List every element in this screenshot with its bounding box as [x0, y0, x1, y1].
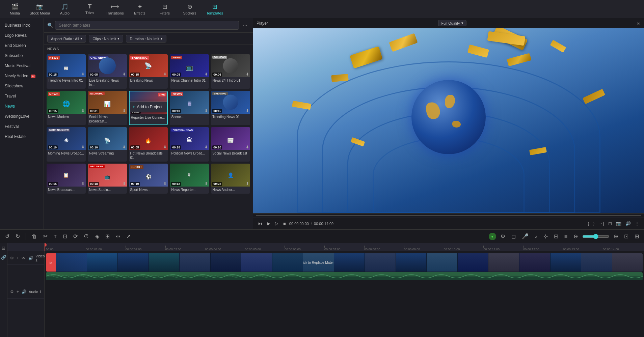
clips-filter[interactable]: Clips : No limit ▾ [89, 35, 123, 43]
audio-track-add-btn[interactable]: + [16, 289, 20, 295]
quality-selector[interactable]: Full Quality ▾ [438, 20, 466, 26]
redo-btn[interactable]: ↻ [14, 232, 22, 241]
duration-filter[interactable]: Duration : No limit ▾ [126, 35, 166, 43]
rotate-btn[interactable]: ⟳ [72, 232, 79, 241]
audio-tool-btn[interactable]: ♪ [533, 232, 539, 241]
volume-btn[interactable]: 🔊 [624, 220, 632, 227]
text-btn[interactable]: T [52, 233, 58, 240]
stock-media-icon: 📷 [36, 3, 44, 10]
sidebar-item-real-estate[interactable]: Real Estate [0, 132, 44, 142]
undo-btn[interactable]: ↺ [3, 232, 11, 241]
mark-out-btn[interactable]: } [592, 220, 596, 227]
picture-in-picture-btn[interactable]: ⊟ [552, 232, 560, 241]
template-card-breaking[interactable]: BREAKING 📡 00:15 ⬇ Breaking News [129, 54, 168, 89]
sidebar-item-travel[interactable]: Travel [0, 91, 44, 101]
zoom-slider[interactable] [582, 234, 609, 239]
tool-effects[interactable]: ✦ Effects [128, 1, 151, 17]
template-card-24h[interactable]: 24H NEWS 00:06 ⬇ News 24H Intro 01 [211, 54, 250, 89]
template-card-row4c[interactable]: SPORT ⚽ 00:10 ⬇ Sport News... [129, 164, 168, 194]
sidebar-item-end-screen[interactable]: End Screen [0, 40, 44, 51]
fullscreen-btn[interactable]: ⊡ [607, 220, 613, 227]
screenshot-btn[interactable]: 📷 [615, 220, 623, 227]
add-to-project-popup[interactable]: Add to Project [129, 102, 168, 112]
audio-track-mute-btn[interactable]: 🔊 [21, 289, 27, 295]
mask-btn[interactable]: ◻ [510, 232, 517, 241]
tool-audio[interactable]: 🎵 Audio [53, 1, 76, 17]
insert-btn[interactable]: →| [597, 220, 606, 227]
sidebar-item-music-festival[interactable]: Music Festival [0, 61, 44, 71]
template-card-row4e[interactable]: 👤 00:22 ⬇ News Anchor... [211, 164, 250, 194]
video-track-mute-btn[interactable]: 🔊 [28, 255, 34, 261]
stop-btn[interactable]: ■ [282, 220, 287, 227]
delete-btn[interactable]: 🗑 [30, 232, 39, 241]
template-card-row4d[interactable]: 🎙 00:12 ⬇ News Reporter... [170, 164, 209, 194]
news-badge: NEWS [48, 92, 60, 96]
color-btn[interactable]: ◈ [93, 232, 101, 241]
zoom-out-btn[interactable]: ⊖ [572, 232, 580, 241]
template-card-hot-news[interactable]: 🔥 00:05 ⬇ Hot News Broadcasts 01 [129, 127, 168, 162]
more-options-btn[interactable]: ··· [241, 22, 249, 29]
category-label: NEWS [44, 45, 253, 53]
mirror-btn[interactable]: ⇔ [114, 232, 122, 241]
video-track-row[interactable]: ▷ Click to Replace Ma [45, 251, 644, 337]
tool-media[interactable]: 🎬 Media [3, 1, 26, 17]
grid-view-btn[interactable]: ⊞ [633, 232, 641, 241]
sidebar-item-wedding-love[interactable]: WeddingLove [0, 111, 44, 121]
settings-btn[interactable]: ⚙ [499, 232, 507, 241]
snap-btn[interactable]: ⊟ [1, 245, 6, 252]
aspect-ratio-filter[interactable]: Aspect Ratio : All ▾ [47, 35, 86, 43]
zoom-in-btn[interactable]: ⊕ [612, 232, 620, 241]
video-track-settings-btn[interactable]: ⚙ [9, 255, 15, 261]
fit-btn[interactable]: ⊡ [622, 232, 630, 241]
template-card-trending-01b[interactable]: BREAKING 00:15 ⬇ Trending News 01 [211, 91, 250, 125]
template-card-streaming[interactable]: 📡 00:10 ⬇ News Streaming [88, 127, 127, 162]
play-btn[interactable]: ▷ [274, 220, 280, 227]
template-card-reporter-live[interactable]: LIVE 📹 00:15 Reporter Live Conne... Add … [129, 91, 168, 125]
sidebar-item-subscribe[interactable]: Subscribe [0, 51, 44, 61]
merge-btn[interactable]: ⊹ [542, 232, 549, 241]
preview-header: Player Full Quality ▾ ⊡ [253, 18, 644, 28]
template-card-channel-01[interactable]: NEWS 📺 00:05 ⬇ News Channel Intro 01 [170, 54, 209, 89]
template-card-trending-01[interactable]: NEWS 📰 00:15 ⬇ Trending News Intro 01 [47, 54, 86, 89]
sidebar-item-festival[interactable]: Festival [0, 121, 44, 132]
template-card-morning[interactable]: MORNING SHOW ☀ 00:10 ⬇ Morning News Broa… [47, 127, 86, 162]
template-card-social-news[interactable]: 📰 00:20 ⬇ Social News Broadcast [211, 127, 250, 162]
template-card-modern[interactable]: NEWS 🌐 00:15 ⬇ News Modern [47, 91, 86, 125]
crop-btn[interactable]: ⊡ [61, 232, 69, 241]
record-btn[interactable]: ● [489, 233, 496, 240]
more-btn[interactable]: ⋮ [634, 220, 641, 227]
video-track-eye-btn[interactable]: 👁 [21, 255, 26, 261]
tool-titles[interactable]: T Titles [78, 1, 101, 17]
audio-track-settings-btn[interactable]: ⚙ [9, 289, 15, 295]
video-track-add-btn[interactable]: + [16, 255, 20, 261]
template-card-row4b[interactable]: NBC NEWS 📺 00:18 ⬇ News Studio... [88, 164, 127, 194]
templates-search-input[interactable] [55, 21, 239, 30]
template-card-political[interactable]: POLITICAL NEWS 🏛 00:28 ⬇ Political News … [170, 127, 209, 162]
tool-templates[interactable]: ⊞ Templates [203, 1, 226, 17]
sidebar-item-business-intro[interactable]: Business Intro [0, 20, 44, 30]
duration-btn[interactable]: ⏱ [82, 232, 91, 241]
subtitle-btn[interactable]: ≡ [563, 232, 569, 241]
tool-stock-media[interactable]: 📷 Stock Media [28, 1, 51, 17]
rewind-btn[interactable]: ⏮ [257, 220, 264, 227]
template-card-row4a[interactable]: 📋 00:15 ⬇ News Broadcast... [47, 164, 86, 194]
video-progress-bar[interactable] [256, 215, 641, 216]
tool-filters[interactable]: ⊟ Filters [153, 1, 176, 17]
template-card-social-broadcast[interactable]: ECONOMIC 📊 00:31 ⬇ Social News Broadcast… [88, 91, 127, 125]
tool-stickers[interactable]: ⊕ Stickers [178, 1, 201, 17]
sidebar-item-news[interactable]: News [0, 101, 44, 111]
cut-btn[interactable]: ✂ [42, 232, 49, 241]
link-btn[interactable]: 🔗 [0, 254, 7, 261]
template-card-scene[interactable]: NEWS 🖥 00:10 ⬇ Scene... [170, 91, 209, 125]
template-card-live-breaking[interactable]: CNC NEWS 00:05 ⬇ Live Breaking News In..… [88, 54, 127, 89]
sidebar-item-newly-added[interactable]: Newly Added N [0, 71, 44, 81]
sidebar-item-logo-reveal[interactable]: Logo Reveal [0, 30, 44, 40]
play-pause-btn[interactable]: ▶ [266, 220, 272, 227]
mic-btn[interactable]: 🎤 [520, 232, 530, 241]
sidebar-item-slideshow[interactable]: Slideshow [0, 81, 44, 91]
expand-icon[interactable]: ⊡ [637, 21, 641, 26]
tool-transitions[interactable]: ⟷ Transitions [103, 1, 126, 17]
transform-btn[interactable]: ⊞ [104, 232, 111, 241]
transition-tool-btn[interactable]: ↗ [125, 232, 132, 241]
mark-in-btn[interactable]: { [586, 220, 590, 227]
